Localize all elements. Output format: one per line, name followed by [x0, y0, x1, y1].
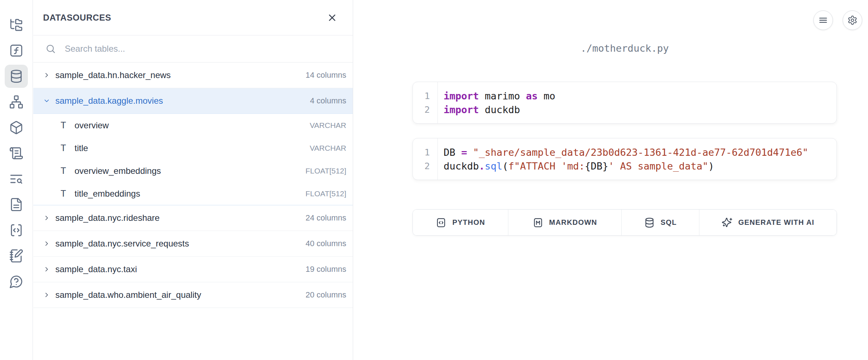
- notebook-column: ./motherduck.py 12import marimo as moimp…: [412, 0, 837, 236]
- table-name: sample_data.who.ambient_air_quality: [55, 290, 300, 300]
- close-icon: [327, 12, 338, 23]
- search-input[interactable]: [64, 43, 346, 54]
- sidebar-item-scroll-text[interactable]: [5, 142, 28, 165]
- column-name: overview_embeddings: [75, 166, 299, 176]
- sparkles-icon: [722, 217, 733, 228]
- add-generate-with-ai-button[interactable]: GENERATE WITH AI: [699, 210, 837, 235]
- square-m-icon: [533, 217, 543, 228]
- column-type: VARCHAR: [310, 121, 346, 130]
- sidebar-item-square-code[interactable]: [5, 219, 28, 242]
- code-editor[interactable]: DB = "_share/sample_data/23b0d623-1361-4…: [438, 138, 837, 180]
- scroll-text-icon: [9, 146, 24, 160]
- column-type: VARCHAR: [310, 144, 346, 153]
- code-line: import duckdb: [444, 103, 837, 116]
- column-count: 20 columns: [305, 290, 346, 300]
- notebook-filename[interactable]: ./motherduck.py: [412, 43, 837, 54]
- chevron-right-icon: [43, 266, 50, 273]
- chevron-down-icon: [43, 97, 50, 104]
- text-search-icon: [9, 172, 24, 186]
- box-icon: [9, 120, 24, 135]
- sidebar-item-message-question[interactable]: [5, 270, 28, 293]
- table-name: sample_data.nyc.service_requests: [55, 239, 300, 249]
- settings-button[interactable]: [843, 10, 862, 30]
- column-count: 19 columns: [305, 265, 346, 274]
- code-cell[interactable]: 12import marimo as moimport duckdb: [412, 82, 837, 124]
- column-type: FLOAT[512]: [305, 189, 346, 198]
- folder-tree-icon: [9, 18, 24, 32]
- line-number-gutter: 12: [413, 82, 438, 123]
- column-row[interactable]: TtitleVARCHAR: [33, 137, 353, 159]
- add-cell-bar: PYTHONMARKDOWNSQLGENERATE WITH AI: [412, 209, 837, 236]
- notebook-pen-icon: [9, 249, 24, 263]
- file-text-icon: [9, 197, 24, 212]
- function-square-icon: [9, 43, 24, 58]
- search-bar: [33, 35, 353, 63]
- add-markdown-button[interactable]: MARKDOWN: [508, 210, 622, 235]
- add-button-label: SQL: [661, 218, 677, 227]
- activity-sidebar: [0, 0, 33, 360]
- panel-header: DATASOURCES: [33, 0, 353, 35]
- table-list: sample_data.hn.hacker_news14 columnssamp…: [33, 63, 353, 308]
- database-icon: [9, 69, 24, 83]
- text-type-icon: T: [59, 143, 68, 153]
- column-count: 4 columns: [310, 96, 346, 106]
- add-python-button[interactable]: PYTHON: [413, 210, 508, 235]
- column-row[interactable]: Ttitle_embeddingsFLOAT[512]: [33, 182, 353, 205]
- line-number: 1: [413, 89, 437, 103]
- add-sql-button[interactable]: SQL: [622, 210, 699, 235]
- add-button-label: GENERATE WITH AI: [738, 218, 814, 227]
- chevron-right-icon: [43, 240, 50, 247]
- table-row[interactable]: sample_data.nyc.taxi19 columns: [33, 257, 353, 282]
- code-line: duckdb.sql(f"ATTACH 'md:{DB}' AS sample_…: [444, 159, 837, 173]
- code-line: DB = "_share/sample_data/23b0d623-1361-4…: [444, 145, 837, 159]
- text-type-icon: T: [59, 188, 68, 199]
- code-editor[interactable]: import marimo as moimport duckdb: [438, 82, 837, 123]
- code-line: import marimo as mo: [444, 89, 837, 103]
- sidebar-item-text-search[interactable]: [5, 167, 28, 190]
- chevron-right-icon: [43, 214, 50, 222]
- table-name: sample_data.nyc.rideshare: [55, 213, 300, 223]
- notebook-main: ./motherduck.py 12import marimo as moimp…: [353, 0, 868, 360]
- column-count: 24 columns: [305, 213, 346, 223]
- columns-group: ToverviewVARCHARTtitleVARCHARToverview_e…: [33, 114, 353, 205]
- table-row[interactable]: sample_data.nyc.service_requests40 colum…: [33, 231, 353, 257]
- column-row[interactable]: ToverviewVARCHAR: [33, 114, 353, 137]
- sidebar-item-file-text[interactable]: [5, 193, 28, 216]
- search-icon: [45, 43, 56, 54]
- column-name: title_embeddings: [75, 189, 299, 199]
- column-count: 14 columns: [305, 70, 346, 80]
- square-code-btn-icon: [436, 217, 446, 228]
- add-button-label: PYTHON: [452, 218, 485, 227]
- sidebar-item-function-square[interactable]: [5, 39, 28, 62]
- column-type: FLOAT[512]: [305, 167, 346, 175]
- table-row[interactable]: sample_data.hn.hacker_news14 columns: [33, 63, 353, 88]
- close-panel-button[interactable]: [327, 12, 338, 23]
- database-icon: [644, 217, 655, 228]
- text-type-icon: T: [59, 120, 68, 130]
- code-cell[interactable]: 12DB = "_share/sample_data/23b0d623-1361…: [412, 138, 837, 180]
- page-root: { "sidebar": { "active_icon": "database"…: [0, 0, 868, 360]
- line-number: 2: [413, 103, 437, 116]
- datasources-panel: DATASOURCES sample_data.hn.hacker_news14…: [33, 0, 353, 360]
- sidebar-item-box[interactable]: [5, 116, 28, 139]
- sidebar-item-database[interactable]: [5, 65, 28, 88]
- sidebar-item-network[interactable]: [5, 90, 28, 113]
- column-count: 40 columns: [305, 239, 346, 248]
- table-row[interactable]: sample_data.who.ambient_air_quality20 co…: [33, 282, 353, 308]
- network-icon: [9, 95, 24, 109]
- column-row[interactable]: Toverview_embeddingsFLOAT[512]: [33, 159, 353, 182]
- table-row[interactable]: sample_data.nyc.rideshare24 columns: [33, 205, 353, 231]
- text-type-icon: T: [59, 166, 68, 176]
- table-name: sample_data.kaggle.movies: [55, 96, 305, 106]
- table-name: sample_data.nyc.taxi: [55, 264, 300, 274]
- square-code-icon: [9, 223, 24, 237]
- panel-title: DATASOURCES: [43, 13, 111, 23]
- column-name: title: [75, 143, 303, 153]
- message-question-icon: [9, 274, 24, 289]
- sidebar-item-notebook-pen[interactable]: [5, 244, 28, 267]
- table-name: sample_data.hn.hacker_news: [55, 70, 300, 80]
- line-number: 1: [413, 145, 437, 159]
- sidebar-item-folder-tree[interactable]: [5, 13, 28, 37]
- settings-icon: [847, 15, 858, 25]
- table-row[interactable]: sample_data.kaggle.movies4 columns: [33, 88, 353, 114]
